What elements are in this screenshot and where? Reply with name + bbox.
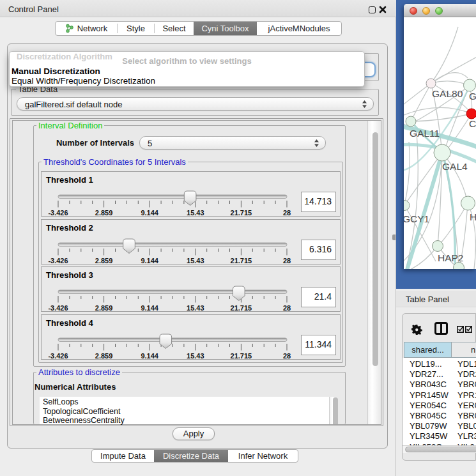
svg-text:28: 28 [283,304,291,312]
svg-text:21.715: 21.715 [231,209,252,217]
svg-text:C: C [469,118,476,129]
svg-text:-3.426: -3.426 [48,209,68,217]
svg-text:2.859: 2.859 [95,257,113,265]
svg-text:15.43: 15.43 [187,352,204,360]
svg-text:-3.426: -3.426 [48,257,68,265]
svg-text:2.859: 2.859 [95,352,113,360]
svg-text:HAP2: HAP2 [438,252,464,263]
svg-text:GAL4: GAL4 [442,161,468,172]
svg-text:15.43: 15.43 [187,209,204,217]
svg-text:28: 28 [283,209,291,217]
svg-text:2.859: 2.859 [95,209,113,217]
svg-text:GCY1: GCY1 [404,213,429,224]
svg-text:GA: GA [469,91,476,102]
svg-text:9.144: 9.144 [141,209,158,217]
svg-text:21.715: 21.715 [231,257,252,265]
svg-text:9.144: 9.144 [141,352,158,360]
svg-text:28: 28 [283,352,291,360]
svg-text:HI: HI [470,211,476,222]
svg-text:GAL11: GAL11 [410,128,440,139]
svg-text:21.715: 21.715 [231,304,252,312]
svg-text:2.859: 2.859 [95,304,113,312]
svg-text:9.144: 9.144 [141,304,158,312]
svg-text:-3.426: -3.426 [48,352,68,360]
svg-text:GAL80: GAL80 [432,88,463,99]
svg-text:28: 28 [283,257,291,265]
svg-text:15.43: 15.43 [187,304,204,312]
svg-text:15.43: 15.43 [187,257,204,265]
svg-text:21.715: 21.715 [231,352,252,360]
svg-text:9.144: 9.144 [141,257,158,265]
svg-text:-3.426: -3.426 [48,304,68,312]
